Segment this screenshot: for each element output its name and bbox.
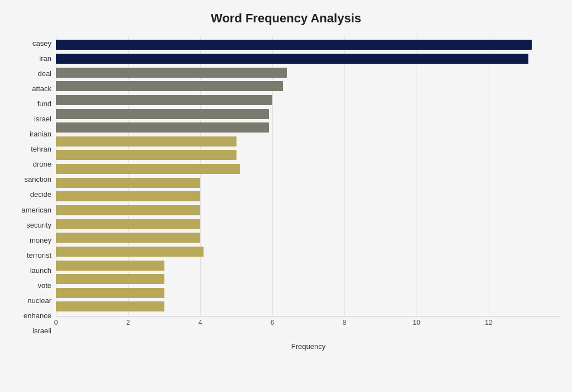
x-axis-label: Frequency <box>56 342 561 351</box>
x-ticks: 024681012 <box>56 317 561 338</box>
y-label: terrorist <box>11 248 51 263</box>
bar-row <box>56 163 561 175</box>
bar-row <box>56 135 561 148</box>
y-label: israel <box>11 111 51 126</box>
bar <box>56 150 237 160</box>
y-labels: caseyirandealattackfundisraeliraniantehr… <box>11 36 56 338</box>
y-label: security <box>11 218 51 233</box>
y-label: launch <box>11 263 51 278</box>
x-tick-label: 6 <box>271 319 275 327</box>
y-label: tehran <box>11 141 51 157</box>
bar-row <box>56 121 561 134</box>
y-label: decide <box>11 187 51 202</box>
bar-row <box>56 259 561 272</box>
bar-row <box>56 39 561 51</box>
bar <box>56 301 164 311</box>
x-tick-label: 2 <box>126 319 130 327</box>
bar <box>56 191 200 201</box>
x-tick-label: 4 <box>198 319 202 327</box>
bar <box>56 288 164 298</box>
bar-row <box>56 108 561 120</box>
bar <box>56 122 269 133</box>
bar <box>56 219 200 229</box>
y-label: sanction <box>11 172 51 187</box>
y-label: casey <box>11 36 51 51</box>
y-label: iran <box>11 51 51 66</box>
bar <box>56 247 204 257</box>
bar-row <box>56 67 561 79</box>
bar <box>56 68 287 78</box>
chart-area: caseyirandealattackfundisraeliraniantehr… <box>11 36 561 338</box>
bar-row <box>56 232 561 244</box>
y-label: enhance <box>11 308 51 323</box>
y-label: american <box>11 202 51 218</box>
bar-row <box>56 287 561 299</box>
chart-title: Word Frequency Analysis <box>11 11 561 26</box>
x-tick-label: 12 <box>485 319 492 327</box>
bar-row <box>56 177 561 189</box>
bar <box>56 81 283 91</box>
bar <box>56 274 164 284</box>
bar <box>56 54 528 64</box>
bar <box>56 178 200 188</box>
bar-row <box>56 149 561 161</box>
y-label: attack <box>11 81 51 96</box>
bar-row <box>56 204 561 216</box>
bar <box>56 205 200 215</box>
y-label: money <box>11 233 51 248</box>
y-label: drone <box>11 157 51 172</box>
bar-row <box>56 190 561 202</box>
bar-row <box>56 300 561 313</box>
y-label: fund <box>11 96 51 111</box>
bar <box>56 40 532 50</box>
chart-container: Word Frequency Analysis caseyirandealatt… <box>0 0 572 392</box>
bar-row <box>56 94 561 106</box>
x-tick-label: 0 <box>54 319 58 327</box>
bar-row <box>56 218 561 230</box>
bars-and-x: 024681012 Frequency <box>56 36 561 338</box>
x-tick-label: 8 <box>343 319 347 327</box>
bar-row <box>56 273 561 285</box>
bars-wrapper <box>56 36 561 316</box>
bar-row <box>56 80 561 92</box>
y-label: vote <box>11 278 51 293</box>
y-label: iranian <box>11 126 51 141</box>
bar <box>56 109 269 119</box>
bar-row <box>56 245 561 258</box>
x-tick-label: 10 <box>413 319 420 327</box>
bar <box>56 261 164 271</box>
bar <box>56 164 240 174</box>
bar <box>56 233 200 243</box>
bar <box>56 95 272 105</box>
y-label: deal <box>11 66 51 81</box>
bars-area <box>56 36 561 316</box>
y-label: nuclear <box>11 293 51 308</box>
y-label: israeli <box>11 323 51 338</box>
x-axis: 024681012 Frequency <box>56 316 561 338</box>
bar <box>56 136 237 147</box>
bar-row <box>56 53 561 65</box>
